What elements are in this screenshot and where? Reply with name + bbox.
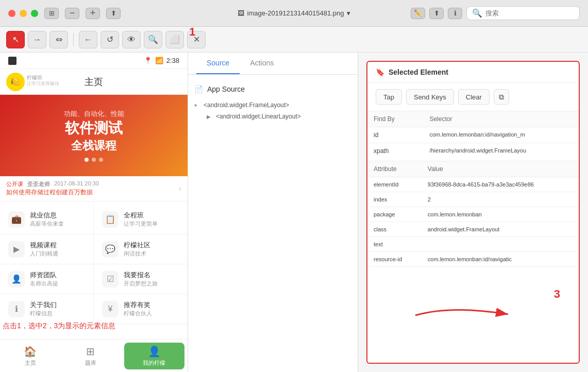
swipe-tool-btn[interactable]: ⇔: [49, 31, 68, 48]
traffic-lights: [8, 10, 38, 17]
close-window-btn[interactable]: [8, 10, 15, 17]
course-date: 2017-08-31 20:30: [54, 180, 99, 188]
banner-sub-text: 全栈课程: [71, 138, 116, 154]
grid-view-btn[interactable]: ⊞: [44, 8, 59, 19]
banner-dot-1: [85, 158, 89, 162]
profile-icon: 👤: [148, 345, 161, 358]
course-row[interactable]: 公开课 歪歪老师 2017-08-31 20:30 如何使用存储过程创建百万数据…: [0, 176, 188, 201]
banner-subtitle: 功能、自动化、性能: [64, 109, 124, 119]
select-tool-btn[interactable]: ↖: [6, 31, 25, 48]
home-icon: 🏠: [24, 345, 37, 358]
pen-tool-btn[interactable]: ✏️: [411, 8, 425, 19]
grid-item-employment[interactable]: 💼 就业信息 高薪等你来拿: [0, 205, 94, 234]
col-find-by: Find By: [367, 111, 423, 127]
phone-grid: 💼 就业信息 高薪等你来拿 📋 全程班 让学习更简单 ▶ 视频课程 入门到精通: [0, 205, 188, 324]
attr-package-key: package: [367, 207, 422, 222]
fullscreen-window-btn[interactable]: [31, 10, 38, 17]
location-icon: 📍: [144, 57, 152, 64]
zoom-out-btn[interactable]: −: [65, 8, 79, 19]
share-btn[interactable]: ⬆: [106, 8, 121, 19]
nav-profile[interactable]: 👤 我的柠檬: [124, 343, 184, 369]
back-btn[interactable]: ←: [79, 31, 97, 48]
teachers-text: 师资团队 名师出高徒: [30, 270, 58, 288]
grid-item-video[interactable]: ▶ 视频课程 入门到精通: [0, 234, 94, 264]
tree-label-2: <android.widget.LinearLayout>: [216, 113, 301, 120]
title-dropdown-icon[interactable]: ▾: [347, 9, 350, 17]
attr-row-index: index 2: [367, 192, 579, 207]
tree-item-framelayout[interactable]: ▾ <android.widget.FrameLayout>: [194, 99, 351, 111]
grid-item-fullcourse[interactable]: 📋 全程班 让学习更简单: [94, 205, 188, 234]
zoom-btn[interactable]: 🔍: [144, 31, 162, 48]
clear-btn[interactable]: Clear: [458, 89, 490, 105]
attr-row-package: package com.lemon.lemonban: [367, 207, 579, 222]
attr-row-resourceid: resource-id com.lemon.lemonban:id/naviga…: [367, 252, 579, 267]
nav-home-label: 主页: [25, 359, 36, 367]
annotation-number-3: 3: [554, 288, 560, 301]
attr-resourceid-val: com.lemon.lemonban:id/navigatic: [422, 252, 579, 267]
employment-icon: 💼: [8, 211, 25, 228]
grid-item-community[interactable]: 💬 柠檬社区 闲话技术: [94, 234, 188, 264]
share2-btn[interactable]: ⬆: [429, 8, 444, 19]
grid-item-register[interactable]: ☑ 我要报名 开启梦想之旅: [94, 264, 188, 294]
annotation-text: 点击1，选中2，3为显示的元素信息: [3, 322, 115, 331]
nav-home[interactable]: 🏠 主页: [0, 345, 60, 367]
eye-btn[interactable]: 👁: [122, 31, 141, 48]
attr-class-key: class: [367, 222, 422, 237]
tap-btn[interactable]: Tap: [376, 89, 402, 105]
attr-class-val: android.widget.FrameLayout: [422, 222, 579, 237]
search-icon: 🔍: [472, 8, 482, 18]
grid-item-about[interactable]: ℹ 关于我们 柠檬信息: [0, 294, 94, 324]
logo-sub: 让学习发挥最佳: [27, 80, 59, 87]
refresh-btn[interactable]: ↺: [100, 31, 119, 48]
source-tabs: Source Actions: [188, 53, 358, 75]
annotation-num1: 1: [189, 25, 195, 39]
grid-item-teachers[interactable]: 👤 师资团队 名师出高徒: [0, 264, 94, 294]
attr-package-val: com.lemon.lemonban: [422, 207, 579, 222]
phone-header: 🍋 柠檬班 让学习发挥最佳 主页: [0, 69, 188, 95]
community-text: 柠檬社区 闲话技术: [124, 241, 150, 258]
tab-source[interactable]: Source: [196, 53, 240, 74]
attr-index-key: index: [367, 192, 422, 207]
course-arrow-icon: ›: [179, 184, 181, 193]
register-icon: ☑: [102, 271, 119, 288]
search-input[interactable]: [485, 9, 574, 17]
register-text: 我要报名 开启梦想之旅: [124, 270, 158, 288]
teachers-icon: 👤: [8, 271, 25, 288]
phone-panel: 📍 📶 2:38 🍋 柠檬班 让学习发挥最佳 主页 功能、自动化、性能 软件测试…: [0, 53, 188, 372]
attr-index-val: 2: [422, 192, 579, 207]
tree-toggle-1: ▾: [194, 103, 201, 108]
nav-quiz[interactable]: ⊞ 题库: [60, 345, 121, 367]
logo-icon: 🍋: [10, 77, 21, 87]
grid-item-referral[interactable]: ¥ 推荐有奖 柠檬合伙人: [94, 294, 188, 324]
referral-text: 推荐有奖 柠檬合伙人: [124, 300, 152, 317]
annotation-arrow: [410, 300, 503, 320]
status-square: [8, 57, 16, 65]
toolbar-sep1: [73, 33, 74, 46]
source-panel: Source Actions 📄 App Source ▾ <android.w…: [188, 53, 358, 372]
copy-btn[interactable]: ⧉: [494, 89, 509, 105]
banner-dot-2: [92, 158, 96, 162]
attr-text-val: [422, 237, 579, 252]
send-keys-btn[interactable]: Send Keys: [406, 89, 454, 105]
selector-xpath-val: /hierarchy/android.widget.FrameLayou: [423, 143, 579, 159]
nav-profile-label: 我的柠檬: [143, 359, 165, 367]
tree-item-linearlayout[interactable]: ▶ <android.widget.LinearLayout>: [194, 111, 351, 122]
arrow-tool-btn[interactable]: →: [28, 31, 46, 48]
minimize-window-btn[interactable]: [20, 10, 27, 17]
tab-actions[interactable]: Actions: [240, 53, 284, 74]
info-btn[interactable]: ℹ: [448, 8, 462, 19]
status-time: 2:38: [166, 57, 179, 64]
app-source-header: 📄 App Source: [194, 81, 351, 99]
screenshot-btn[interactable]: ⬜: [165, 31, 184, 48]
find-by-id: id: [367, 127, 423, 143]
phone-bottom-nav: 🏠 主页 ⊞ 题库 👤 我的柠檬: [0, 339, 188, 372]
course-teacher: 歪歪老师: [27, 180, 50, 188]
phone-logo: 🍋: [6, 73, 25, 91]
course-tags: 公开课 歪歪老师 2017-08-31 20:30: [6, 180, 175, 188]
find-row-xpath: xpath /hierarchy/android.widget.FrameLay…: [367, 143, 579, 159]
about-icon: ℹ: [8, 301, 25, 317]
tree-toggle-2: ▶: [207, 114, 214, 120]
zoom-in-btn[interactable]: +: [86, 8, 100, 19]
toolbar: ↖ → ⇔ ← ↺ 👁 🔍 ⬜ ✕ 1: [0, 27, 588, 53]
status-right: 📍 📶 2:38: [144, 57, 179, 64]
